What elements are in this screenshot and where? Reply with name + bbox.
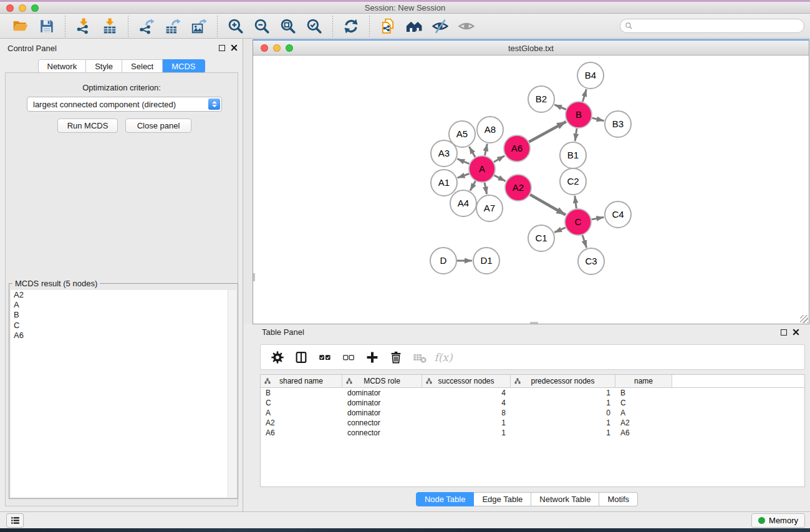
new-network-from-selection-button[interactable] xyxy=(376,16,400,37)
apply-preferred-layout-button[interactable] xyxy=(339,16,363,37)
search-input[interactable] xyxy=(633,21,804,32)
graph-node-B4[interactable]: B4 xyxy=(577,62,604,89)
result-item[interactable]: A xyxy=(11,300,236,310)
graph-edge-A-A7[interactable] xyxy=(485,183,487,195)
graph-edge-A-A8[interactable] xyxy=(485,144,487,156)
column-header-name[interactable]: name xyxy=(615,375,672,387)
table-row-B[interactable]: Bdominator41B xyxy=(261,388,804,398)
show-columns-button[interactable] xyxy=(291,347,311,367)
close-panel-button[interactable]: Close panel xyxy=(125,118,191,133)
graph-node-A[interactable]: A xyxy=(469,156,495,182)
result-list-scrollbar[interactable] xyxy=(228,290,236,497)
hide-selected-button[interactable] xyxy=(428,16,452,37)
graph-node-D1[interactable]: D1 xyxy=(473,248,499,274)
table-row-A6[interactable]: A6connector11A6 xyxy=(261,428,804,438)
table-row-A[interactable]: Adominator80A xyxy=(261,408,804,418)
close-panel-icon[interactable] xyxy=(231,44,238,51)
result-item[interactable]: B xyxy=(11,310,236,320)
memory-button[interactable]: Memory xyxy=(751,513,805,528)
graph-node-B[interactable]: B xyxy=(566,102,592,128)
table-options-button[interactable] xyxy=(268,347,287,367)
tab-mcds[interactable]: MCDS xyxy=(163,59,205,73)
export-table-button[interactable] xyxy=(161,16,185,37)
graph-node-B2[interactable]: B2 xyxy=(528,86,554,112)
graph-edge-C-C1[interactable] xyxy=(554,228,566,233)
splitter-handle-left[interactable] xyxy=(253,273,255,281)
search-box[interactable] xyxy=(620,19,804,33)
column-header-predecessor-nodes[interactable]: predecessor nodes xyxy=(511,375,615,387)
fit-selected-button[interactable] xyxy=(302,16,326,37)
graph-edge-A2-C[interactable] xyxy=(530,195,566,215)
network-window-titlebar[interactable]: testGlobe.txt xyxy=(253,41,809,56)
task-history-button[interactable] xyxy=(6,513,24,528)
graph-node-C2[interactable]: C2 xyxy=(560,168,586,195)
graph-node-A2[interactable]: A2 xyxy=(505,175,531,201)
graph-edge-B-B2[interactable] xyxy=(554,105,566,110)
select-all-columns-button[interactable] xyxy=(315,347,335,367)
graph-node-C4[interactable]: C4 xyxy=(605,201,631,228)
graph-edge-A-A6[interactable] xyxy=(494,156,504,162)
criterion-select[interactable]: largest connected component (directed) xyxy=(27,97,222,112)
open-session-button[interactable] xyxy=(9,16,32,37)
result-item[interactable]: A2 xyxy=(11,290,236,300)
graph-node-A6[interactable]: A6 xyxy=(504,135,530,162)
graph-node-A7[interactable]: A7 xyxy=(476,195,503,221)
import-table-from-file-button[interactable] xyxy=(98,16,122,37)
result-item[interactable]: C xyxy=(11,321,236,331)
graph-edge-A-A2[interactable] xyxy=(494,175,506,181)
table-row-C[interactable]: Cdominator41C xyxy=(261,398,804,408)
export-network-button[interactable] xyxy=(135,16,158,37)
import-network-from-file-button[interactable] xyxy=(72,16,95,37)
export-image-button[interactable] xyxy=(187,16,211,37)
zoom-in-button[interactable] xyxy=(224,16,248,37)
show-all-button[interactable] xyxy=(455,16,478,37)
graph-edge-B-B3[interactable] xyxy=(592,118,604,121)
tab-network-table[interactable]: Network Table xyxy=(531,492,599,506)
graph-edge-B-B1[interactable] xyxy=(575,128,577,141)
float-table-panel-icon[interactable] xyxy=(781,329,787,336)
delete-columns-button[interactable] xyxy=(386,347,406,367)
graph-node-A4[interactable]: A4 xyxy=(450,190,476,216)
save-session-button[interactable] xyxy=(35,16,59,37)
table-row-A2[interactable]: A2connector11A2 xyxy=(261,418,804,428)
tab-network[interactable]: Network xyxy=(37,59,86,73)
close-table-panel-icon[interactable] xyxy=(793,329,799,336)
tab-select[interactable]: Select xyxy=(122,59,163,73)
column-header-successor-nodes[interactable]: successor nodes xyxy=(422,375,511,387)
float-panel-icon[interactable] xyxy=(219,45,225,51)
tab-edge-table[interactable]: Edge Table xyxy=(474,492,531,506)
splitter-handle-bottom[interactable] xyxy=(530,322,538,324)
graph-node-B1[interactable]: B1 xyxy=(560,142,586,168)
graph-edge-A-A5[interactable] xyxy=(469,147,475,157)
tab-style[interactable]: Style xyxy=(86,59,122,73)
graph-node-B3[interactable]: B3 xyxy=(605,111,631,137)
graph-node-A1[interactable]: A1 xyxy=(431,170,457,196)
create-new-column-button[interactable] xyxy=(362,347,382,367)
graph-edge-A6-B[interactable] xyxy=(529,122,566,142)
graph-node-C1[interactable]: C1 xyxy=(528,225,554,251)
graph-edge-A-A3[interactable] xyxy=(457,159,469,164)
graph-edge-C-C4[interactable] xyxy=(592,217,604,220)
graph-edge-A-A1[interactable] xyxy=(458,174,470,178)
window-resize-grip[interactable] xyxy=(800,315,808,323)
graph-node-A8[interactable]: A8 xyxy=(477,117,503,143)
graph-node-A3[interactable]: A3 xyxy=(431,140,457,167)
first-neighbors-button[interactable] xyxy=(402,16,426,37)
graph-edge-A-A4[interactable] xyxy=(470,181,476,191)
run-mcds-button[interactable]: Run MCDS xyxy=(57,118,118,133)
column-header-MCDS-role[interactable]: MCDS role xyxy=(342,375,422,387)
network-canvas[interactable]: B4B2BB3A5A8A6A3B1AA1C2A2A4A7C4CC1C3DD1 xyxy=(253,56,809,324)
tab-motifs[interactable]: Motifs xyxy=(599,492,638,506)
column-header-shared-name[interactable]: shared name xyxy=(261,375,342,387)
fit-content-button[interactable] xyxy=(276,16,300,37)
graph-edge-C-C3[interactable] xyxy=(582,235,587,248)
result-item[interactable]: A6 xyxy=(11,331,236,341)
graph-edge-C-C2[interactable] xyxy=(575,196,577,208)
graph-edge-B-B4[interactable] xyxy=(582,89,586,102)
zoom-out-button[interactable] xyxy=(250,16,274,37)
tab-node-table[interactable]: Node Table xyxy=(416,492,475,506)
graph-node-C[interactable]: C xyxy=(565,209,591,235)
graph-node-C3[interactable]: C3 xyxy=(578,248,604,274)
graph-node-D[interactable]: D xyxy=(430,248,456,274)
unselect-all-columns-button[interactable] xyxy=(339,347,359,367)
